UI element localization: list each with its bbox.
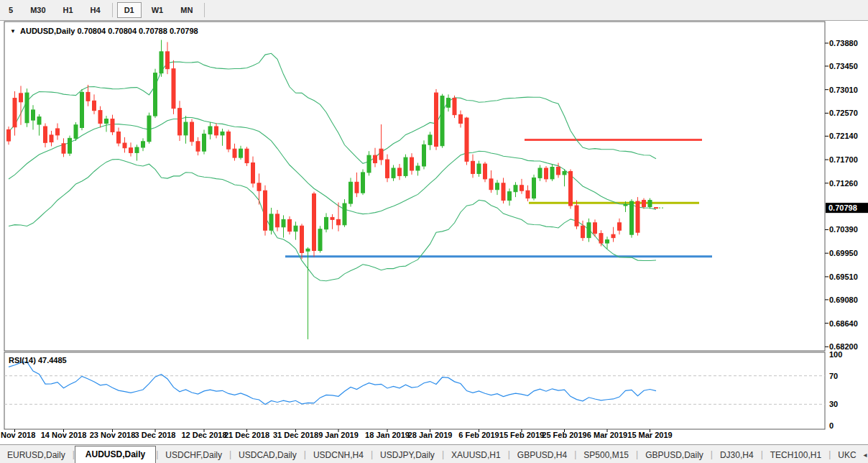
candle-body (7, 129, 11, 141)
candle-body (508, 192, 512, 201)
candle-body (435, 93, 438, 146)
candle-body (288, 219, 292, 231)
chart-tab-gbpusd-h4[interactable]: GBPUSD,H4 (510, 447, 574, 463)
chart-tab-audusd-daily[interactable]: AUDUSD,Daily (75, 446, 156, 463)
candle-body (196, 142, 200, 151)
candle-body (294, 226, 297, 231)
candle-body (398, 168, 402, 175)
date-axis-label: 31 Dec 2018 (273, 431, 318, 439)
candle-body (25, 93, 29, 123)
price-axis-label: 0.71260 (829, 179, 858, 188)
candle-body (13, 98, 17, 127)
symbol-dropdown-icon[interactable]: ▼ (10, 28, 16, 35)
chart-title-quote: AUDUSD,Daily 0.70804 0.70804 0.70788 0.7… (20, 27, 198, 35)
candle-body (611, 234, 615, 237)
timeframe-button-h1[interactable]: H1 (56, 2, 80, 18)
chart-tab-dj30-h4[interactable]: DJ30,H4 (713, 447, 761, 463)
candle-body (32, 110, 35, 120)
date-axis-label: 9 Jan 2019 (318, 431, 359, 439)
candle-body (587, 223, 591, 238)
candle-body (532, 178, 536, 198)
candle-body (459, 115, 463, 124)
candle-body (190, 122, 194, 142)
chart-tab-tech100-h1[interactable]: TECH100,H1 (763, 447, 828, 463)
date-axis-label: 23 Nov 2018 (90, 431, 136, 439)
price-axis-label: 0.69510 (829, 272, 858, 281)
tab-scroll-arrows: ◂▸ (864, 451, 868, 459)
candle-body (514, 185, 517, 192)
candle-body (599, 234, 603, 243)
candle-body (520, 185, 524, 191)
candle-body (642, 201, 646, 207)
candle-body (282, 219, 285, 226)
chart-tab-usdjpy-daily[interactable]: USDJPY,Daily (373, 447, 442, 463)
current-price-tag-value: 0.70798 (828, 203, 857, 212)
chart-tab-gbpusd-daily[interactable]: GBPUSD,Daily (638, 447, 711, 463)
candle-body (68, 138, 72, 153)
rsi-indicator-label: RSI(14) 47.4485 (9, 356, 67, 365)
candle-body (331, 217, 334, 219)
price-axis-label: 0.72140 (829, 132, 858, 140)
candle-body (98, 111, 102, 124)
candle-body (557, 167, 560, 174)
date-axis-label: 15 Feb 2019 (499, 431, 544, 439)
candle-body (221, 132, 224, 134)
candle-body (447, 98, 451, 108)
timeframe-button-5[interactable]: 5 (1, 2, 20, 18)
candle-body (154, 73, 157, 116)
chart-tab-sp500-m15[interactable]: SP500,M15 (576, 447, 636, 463)
candle-body (550, 167, 554, 178)
tab-scroll-left-icon[interactable]: ◂ (864, 451, 867, 459)
rsi-axis-label: 70 (829, 372, 838, 380)
rsi-axis-label: 100 (829, 350, 842, 359)
date-axis-label: 3 Dec 2018 (135, 431, 176, 439)
candle-body (367, 155, 371, 173)
date-axis-label: 18 Jan 2019 (365, 431, 410, 439)
candle-body (215, 127, 218, 135)
candle-body (648, 201, 652, 207)
timeframe-button-d1[interactable]: D1 (117, 2, 142, 18)
timeframe-button-m30[interactable]: M30 (23, 2, 52, 18)
chart-tab-eurusd-daily[interactable]: EURUSD,Daily (0, 447, 73, 463)
price-axis-label: 0.69080 (829, 295, 858, 304)
candle-body (44, 127, 47, 142)
candle-body (484, 164, 487, 179)
chart-tab-usdchf-daily[interactable]: USDCHF,Daily (158, 447, 229, 463)
candle-body (355, 182, 359, 193)
price-axis-label: 0.73450 (829, 62, 858, 70)
candle-body (410, 157, 414, 170)
timeframe-button-h4[interactable]: H4 (83, 2, 108, 18)
date-axis-label: 12 Dec 2018 (182, 431, 227, 439)
candle-body (142, 142, 145, 147)
candle-body (416, 166, 420, 170)
date-axis-label: 15 Mar 2019 (627, 431, 672, 439)
main-pane (4, 22, 825, 351)
timeframe-button-mn[interactable]: MN (173, 2, 200, 18)
candle-body (203, 134, 206, 151)
candle-body (361, 173, 365, 193)
candle-body (117, 132, 121, 143)
candle-body (166, 52, 170, 69)
candle-body (624, 205, 627, 206)
chart-tab-usdcnh-h4[interactable]: USDCNH,H4 (306, 447, 371, 463)
date-axis-label: 6 Feb 2019 (458, 431, 499, 439)
candle-body (135, 147, 139, 152)
candle-body (56, 129, 60, 135)
candle-body (245, 149, 249, 162)
candle-body (594, 223, 597, 234)
candle-body (423, 145, 426, 166)
candle-body (74, 125, 78, 139)
candle-body (526, 191, 530, 198)
candle-body (404, 157, 407, 175)
candle-body (37, 117, 41, 124)
candle-body (569, 171, 573, 206)
chart-tab-ukc[interactable]: UKC (831, 447, 863, 463)
candle-body (575, 206, 578, 226)
date-axis-label: 21 Dec 2018 (224, 431, 269, 439)
chart-tab-usdcad-daily[interactable]: USDCAD,Daily (231, 447, 304, 463)
candle-body (636, 201, 640, 232)
timeframe-button-w1[interactable]: W1 (144, 2, 171, 18)
chart-tab-xauusd-h1[interactable]: XAUUSD,H1 (444, 447, 508, 463)
candle-body (386, 160, 389, 178)
price-chart-canvas[interactable]: 0.738800.734500.730100.725700.721400.717… (0, 0, 868, 463)
